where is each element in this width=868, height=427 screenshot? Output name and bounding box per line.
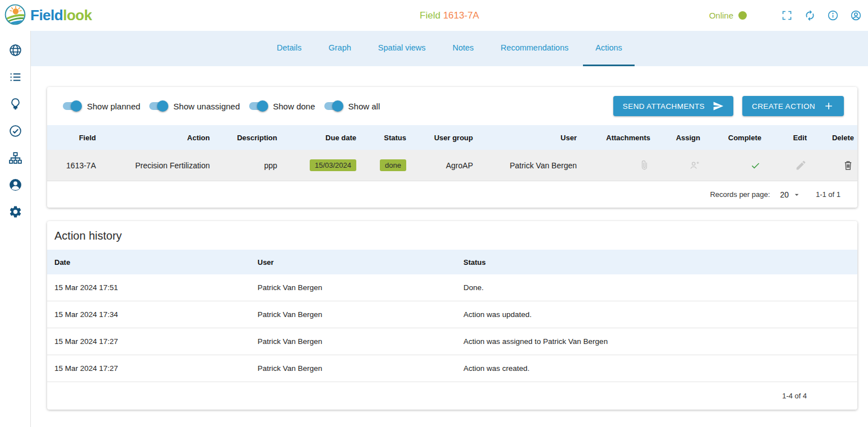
column-header: Status (359, 134, 408, 142)
toggle-switch[interactable] (323, 100, 343, 112)
plus-icon (823, 100, 834, 112)
column-header: Edit (764, 134, 809, 142)
table-row: 1613-7A Precision Fertilization ppp 15/0… (47, 150, 857, 181)
pagination-range: 1-4 of 4 (782, 392, 807, 400)
list-icon (8, 70, 22, 84)
trash-icon (842, 159, 854, 171)
edit-button (764, 159, 809, 171)
assign-button (653, 159, 702, 171)
cell-user-group: AgroAP (408, 161, 475, 170)
cell-status: Action was created. (463, 364, 850, 373)
column-header: Date (54, 258, 258, 267)
column-header: Complete (702, 134, 764, 142)
table-pagination: Records per page: 20 1-1 of 1 (47, 181, 857, 208)
cell-status: done (359, 159, 408, 171)
toggle-switch[interactable] (248, 100, 268, 112)
cell-date: 15 Mar 2024 17:27 (54, 337, 258, 346)
column-header: Attachments (579, 134, 653, 142)
tab[interactable]: Notes (440, 31, 486, 66)
sidebar-item-ideas[interactable] (2, 90, 29, 117)
action-history-title: Action history (47, 221, 857, 250)
history-row: 15 Mar 2024 17:27 Patrick Van Bergen Act… (47, 355, 857, 382)
top-header: Fieldlook Field 1613-7A Online (0, 0, 868, 31)
column-header: Delete (809, 134, 856, 142)
paperclip-icon (639, 159, 650, 171)
history-table-body: 15 Mar 2024 17:51 Patrick Van Bergen Don… (47, 274, 857, 382)
actions-card: Show planned Show unassigned Show done (47, 87, 857, 208)
sidebar-item-organization[interactable] (2, 144, 29, 171)
sidebar (0, 31, 31, 427)
page-title: Field 1613-7A (31, 10, 868, 21)
cell-status: Action was assigned to Patrick Van Berge… (463, 337, 850, 346)
tab[interactable]: Graph (316, 31, 364, 66)
send-attachments-button[interactable]: SEND ATTACHMENTS (613, 96, 733, 116)
action-buttons: SEND ATTACHMENTS CREATE ACTION (613, 96, 844, 116)
pagination-range: 1-1 of 1 (816, 190, 841, 199)
toggle-label: Show done (273, 102, 315, 111)
settings-icon (8, 205, 22, 219)
column-header: Due date (279, 134, 359, 142)
toggle-switch[interactable] (62, 100, 82, 112)
sidebar-item-list[interactable] (2, 63, 29, 90)
check-icon (750, 159, 761, 171)
cell-description: ppp (212, 161, 279, 170)
records-per-page-label: Records per page: (710, 190, 770, 199)
cell-user: Patrick Van Bergen (258, 337, 463, 346)
column-header: Assign (653, 134, 702, 142)
column-header: User (258, 258, 463, 267)
cell-date: 15 Mar 2024 17:51 (54, 283, 258, 292)
column-header: User (475, 134, 579, 142)
history-pagination: 1-4 of 4 (47, 382, 857, 410)
toggle-group: Show unassigned (148, 100, 240, 112)
toggle-label: Show unassigned (173, 102, 240, 111)
tab[interactable]: Spatial views (366, 31, 438, 66)
cell-user: Patrick Van Bergen (258, 283, 463, 292)
lightbulb-icon (8, 97, 22, 111)
cell-user: Patrick Van Bergen (258, 310, 463, 319)
cell-user: Patrick Van Bergen (475, 161, 579, 170)
sidebar-item-globe[interactable] (2, 36, 29, 63)
cell-action: Precision Fertilization (98, 161, 212, 170)
cell-date: 15 Mar 2024 17:27 (54, 364, 258, 373)
column-header: Status (463, 258, 850, 267)
column-header: Field (54, 134, 98, 142)
person-add-icon (688, 159, 700, 171)
page-size-select[interactable]: 20 (780, 190, 801, 199)
tab[interactable]: Recommendations (488, 31, 581, 66)
history-row: 15 Mar 2024 17:34 Patrick Van Bergen Act… (47, 301, 857, 328)
cell-status: Done. (463, 283, 850, 292)
history-table-header: DateUserStatus (47, 250, 857, 274)
sitemap-icon (8, 151, 22, 165)
sidebar-item-profile[interactable] (2, 171, 29, 198)
history-row: 15 Mar 2024 17:51 Patrick Van Bergen Don… (47, 274, 857, 301)
complete-button[interactable] (702, 159, 764, 171)
main-content: Details Graph Spatial views Notes Recomm… (31, 31, 868, 427)
user-icon (8, 178, 22, 192)
column-header: User group (408, 134, 475, 142)
cell-field: 1613-7A (54, 161, 98, 170)
cell-user: Patrick Van Bergen (258, 364, 463, 373)
tab[interactable]: Actions (583, 31, 635, 66)
tab[interactable]: Details (264, 31, 314, 66)
toggle-group: Show planned (62, 100, 140, 112)
toggle-label: Show all (348, 102, 380, 111)
chevron-down-icon (792, 190, 801, 199)
pencil-icon (795, 159, 807, 171)
send-icon (713, 100, 724, 112)
history-row: 15 Mar 2024 17:27 Patrick Van Bergen Act… (47, 328, 857, 355)
delete-button[interactable] (809, 159, 856, 171)
tab-bar: Details Graph Spatial views Notes Recomm… (31, 31, 868, 66)
sidebar-item-settings[interactable] (2, 198, 29, 225)
due-date-badge: 15/03/2024 (310, 159, 356, 171)
action-history-card: Action history DateUserStatus 15 Mar 202… (47, 221, 857, 410)
column-header: Action (98, 134, 212, 142)
toggle-label: Show planned (87, 102, 140, 111)
toggle-switch[interactable] (148, 100, 168, 112)
cell-due-date: 15/03/2024 (279, 159, 359, 171)
column-header: Description (212, 134, 279, 142)
sidebar-item-tasks[interactable] (2, 117, 29, 144)
actions-table-header: FieldActionDescriptionDue dateStatusUser… (47, 125, 857, 150)
create-action-button[interactable]: CREATE ACTION (742, 96, 844, 116)
cell-status: Action was updated. (463, 310, 850, 319)
toggle-group: Show done (248, 100, 315, 112)
